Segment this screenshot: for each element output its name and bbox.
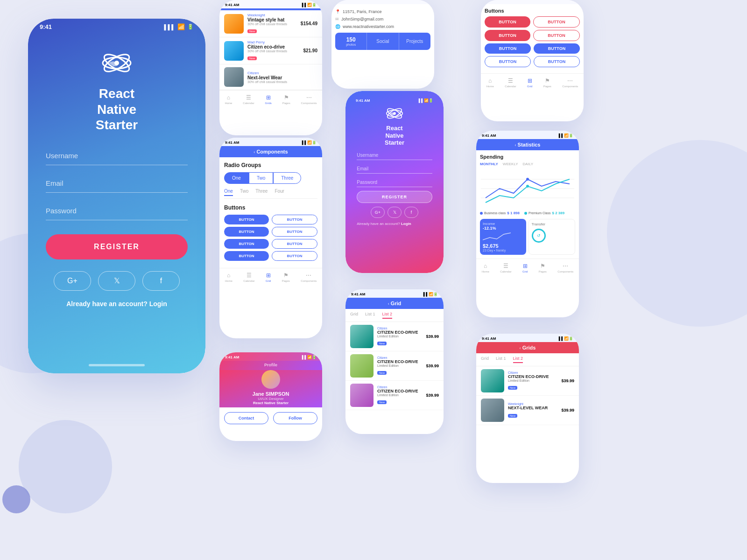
grid-tabs: Grid List 1 List 2 <box>345 309 444 322</box>
nav-pages[interactable]: ⚑Pages <box>282 94 290 105</box>
nav-home[interactable]: ⌂Home <box>225 94 232 105</box>
button-outline-red-1[interactable]: BUTTON <box>533 16 580 28</box>
nav-pages[interactable]: ⚑Pages <box>539 263 547 273</box>
shop-item[interactable]: Weeknight Vintage style hat 30% off chil… <box>219 10 322 37</box>
grids-content: Grid List 1 List 2 Citizen CITIZEN ECO-D… <box>476 353 579 425</box>
email-text: JohnSimp@gmail.com <box>341 17 383 21</box>
button-outline-blue-2[interactable]: BUTTON <box>534 56 580 67</box>
nav-pages[interactable]: ⚑Pages <box>543 77 551 88</box>
nav-grid[interactable]: ⊞Grid <box>266 272 271 282</box>
tab-weekly[interactable]: WEEKLY <box>503 162 518 166</box>
comp-btn-6[interactable]: BUTTON <box>272 239 317 249</box>
nav-components[interactable]: ⋯Components <box>301 94 317 105</box>
profile-actions: Contact Follow <box>219 407 322 429</box>
grid-item[interactable]: Citizen CITIZEN ECO-DRIVE Limited Editio… <box>476 366 579 396</box>
radio-opt-three[interactable]: Three <box>255 189 268 196</box>
tab-list2[interactable]: List 2 <box>382 312 393 319</box>
nav-pages[interactable]: ⚑Pages <box>282 272 290 282</box>
username-field[interactable] <box>357 150 432 160</box>
twitter-login-button[interactable]: 𝕏 <box>98 271 135 291</box>
radio-opt-four[interactable]: Four <box>275 189 284 196</box>
grid-item[interactable]: Citizen CITIZEN ECO-DRIVE Limited Editio… <box>345 322 444 351</box>
address-row: 📍 11571, Paris, France <box>335 8 430 15</box>
google-login-button[interactable]: G+ <box>54 271 91 291</box>
product-name: Citizen eco-drive <box>247 44 299 49</box>
comp-btn-3[interactable]: BUTTON <box>224 227 269 237</box>
tab-list1[interactable]: List 1 <box>365 312 375 319</box>
product-sub: 30% off chill casual threads <box>247 22 297 26</box>
nav-calendar[interactable]: ☰Calendar <box>500 263 511 273</box>
nav-grid[interactable]: ⊞Grid <box>522 263 528 273</box>
nav-grid[interactable]: ⊞Grids <box>265 94 271 105</box>
password-field[interactable] <box>357 177 432 187</box>
product-name: Vintage style hat <box>247 17 297 22</box>
contact-button[interactable]: Contact <box>224 412 268 424</box>
nav-grid[interactable]: ⊞Grid <box>527 77 532 88</box>
email-field[interactable] <box>357 164 432 174</box>
button-red-2[interactable]: BUTTON <box>485 30 530 41</box>
password-field[interactable] <box>46 202 188 220</box>
username-field[interactable] <box>46 147 188 165</box>
grid-item[interactable]: Citizen CITIZEN ECO-DRIVE Limited Editio… <box>345 351 444 381</box>
radio-two[interactable]: Two <box>249 172 273 184</box>
email-field[interactable] <box>46 175 188 193</box>
nav-home[interactable]: ⌂Home <box>225 272 233 282</box>
password-input[interactable] <box>357 178 432 187</box>
username-input[interactable] <box>46 152 188 160</box>
register-button[interactable]: REGISTER <box>46 234 188 259</box>
twitter-button[interactable]: 𝕏 <box>388 207 402 218</box>
status-bar: 9:41 ▌▌▌ 📶 🔋 <box>28 19 205 33</box>
button-blue-1[interactable]: BUTTON <box>485 43 531 54</box>
comp-btn-4[interactable]: BUTTON <box>272 227 317 237</box>
tab-grid[interactable]: Grid <box>481 356 489 363</box>
radio-opt-one[interactable]: One <box>224 189 233 196</box>
email-input[interactable] <box>46 179 188 187</box>
comp-btn-8[interactable]: BUTTON <box>272 251 317 261</box>
tab-daily[interactable]: DAILY <box>523 162 534 166</box>
button-outline-red-2[interactable]: BUTTON <box>533 30 580 41</box>
register-button[interactable]: REGISTER <box>357 191 432 203</box>
facebook-button[interactable]: f <box>404 207 418 218</box>
username-input[interactable] <box>357 151 432 160</box>
nav-calendar[interactable]: ☰Calendar <box>243 272 254 282</box>
radio-opt-two[interactable]: Two <box>240 189 248 196</box>
comp-btn-2[interactable]: BUTTON <box>272 215 317 224</box>
follow-button[interactable]: Follow <box>273 412 317 424</box>
button-red-1[interactable]: BUTTON <box>485 16 530 28</box>
shop-item[interactable]: Mad Perry Citizen eco-drive 30% off chil… <box>219 37 322 64</box>
facebook-login-button[interactable]: f <box>142 271 180 291</box>
email-input[interactable] <box>357 164 432 173</box>
comp-btn-5[interactable]: BUTTON <box>224 239 269 249</box>
stats-content: Spending MONTHLY WEEKLY DAILY <box>476 150 579 259</box>
tab-grid[interactable]: Grid <box>350 312 358 319</box>
nav-components[interactable]: ⋯Components <box>557 263 573 273</box>
chart-legend: Business class $ 1 898 Premium Class $ 2… <box>480 211 575 215</box>
login-link[interactable]: Login <box>149 300 167 308</box>
radio-one[interactable]: One <box>224 172 249 184</box>
nav-calendar[interactable]: ☰Calendar <box>243 94 254 105</box>
button-outline-blue-1[interactable]: BUTTON <box>485 56 531 67</box>
nav-components[interactable]: ⋯Components <box>301 272 317 282</box>
tab-list2[interactable]: List 2 <box>513 356 523 363</box>
grid-item[interactable]: Weeknight NEXT-LEVEL WEAR New $39.99 <box>476 396 579 425</box>
comp-btn-7[interactable]: BUTTON <box>224 251 269 261</box>
nav-home[interactable]: ⌂Home <box>486 77 494 88</box>
button-row: BUTTON BUTTON <box>224 215 317 224</box>
button-row: BUTTON BUTTON <box>485 16 580 28</box>
shop-item[interactable]: Citizen Next-level Wear 30% off chill ca… <box>219 64 322 90</box>
google-button[interactable]: G+ <box>371 207 385 218</box>
nav-calendar[interactable]: ☰Calendar <box>505 77 516 88</box>
password-input[interactable] <box>46 207 188 215</box>
comp-btn-1[interactable]: BUTTON <box>224 215 269 224</box>
tab-list1[interactable]: List 1 <box>496 356 506 363</box>
login-link[interactable]: Login <box>401 222 411 226</box>
tab-monthly[interactable]: MONTHLY <box>480 162 498 166</box>
nav-home[interactable]: ⌂Home <box>482 263 489 273</box>
radio-three[interactable]: Three <box>273 172 301 184</box>
product-sub: 30% off chill casual threads <box>247 49 299 53</box>
already-account-text: Already have an account? Login <box>46 300 188 308</box>
nav-components[interactable]: ⋯Components <box>562 77 578 88</box>
button-blue-2[interactable]: BUTTON <box>534 43 580 54</box>
product-image <box>224 41 244 61</box>
grid-item[interactable]: Citizen CITIZEN ECO-DRIVE Limited Editio… <box>345 381 444 410</box>
